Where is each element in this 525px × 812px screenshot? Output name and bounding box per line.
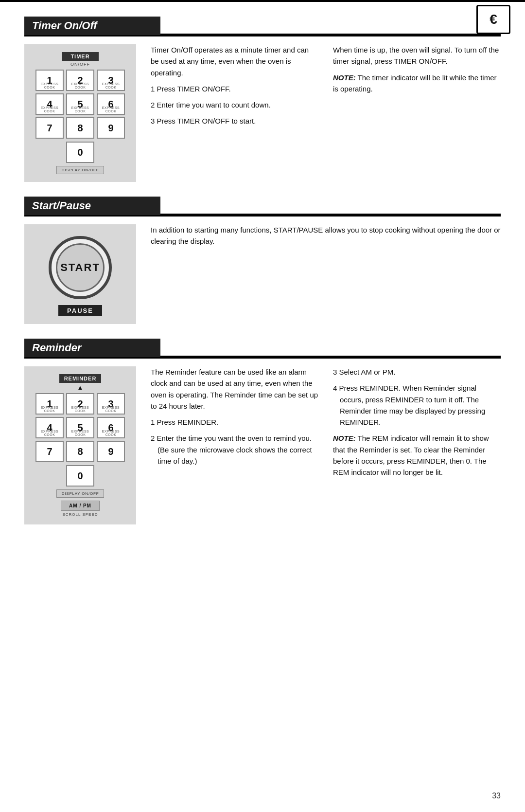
reminder-keypad-label: REMINDER: [59, 374, 102, 383]
key-sub: EXPRESS COOK: [67, 430, 93, 436]
timer-key-5[interactable]: 5 EXPRESS COOK: [66, 93, 94, 115]
pause-label[interactable]: PAUSE: [58, 305, 102, 316]
reminder-key-6[interactable]: 6 EXPRESS COOK: [97, 417, 125, 438]
timer-display-label[interactable]: DISPLAY ON/OFF: [56, 166, 105, 174]
reminder-step3: 3 Select AM or PM.: [333, 366, 501, 378]
start-circle-inner[interactable]: START: [56, 243, 105, 292]
timer-header-row: Timer On/Off: [24, 17, 501, 35]
reminder-step1: 1 Press REMINDER.: [151, 416, 318, 428]
reminder-key-9[interactable]: 9: [97, 441, 125, 462]
reminder-section: Reminder REMINDER ▲ 1 EXPRESS COOK 2 EXP…: [24, 339, 501, 524]
reminder-divider: [24, 357, 501, 359]
startpause-col1: In addition to starting many functions, …: [151, 224, 501, 324]
reminder-header-row: Reminder: [24, 339, 501, 357]
timer-step3: 3 Press TIMER ON/OFF to start.: [151, 115, 318, 126]
timer-key-4[interactable]: 4 EXPRESS COOK: [35, 93, 64, 115]
key-sub: EXPRESS COOK: [98, 106, 124, 113]
timer-key-9[interactable]: 9: [97, 117, 125, 139]
reminder-header-line: [160, 356, 501, 357]
reminder-content-row: REMINDER ▲ 1 EXPRESS COOK 2 EXPRESS COOK…: [24, 366, 501, 524]
key-sub: EXPRESS COOK: [36, 406, 63, 413]
startpause-text: In addition to starting many functions, …: [151, 224, 501, 247]
timer-key-7[interactable]: 7: [35, 117, 64, 139]
start-circle-outer[interactable]: START: [49, 236, 112, 299]
timer-key-1[interactable]: 1 EXPRESS COOK: [35, 70, 64, 91]
timer-text-columns: Timer On/Off operates as a minute timer …: [151, 44, 501, 182]
timer-key-6[interactable]: 6 EXPRESS COOK: [97, 93, 125, 115]
key-sub: EXPRESS COOK: [67, 106, 93, 113]
reminder-ampm-button[interactable]: AM / PM: [61, 501, 100, 511]
key-num: 9: [108, 123, 113, 134]
timer-step1: 1 Press TIMER ON/OFF.: [151, 83, 318, 94]
timer-keypad-grid: 1 EXPRESS COOK 2 EXPRESS COOK 3 EXPRESS …: [35, 70, 125, 139]
startpause-text-columns: In addition to starting many functions, …: [151, 224, 501, 324]
timer-divider: [24, 35, 501, 36]
page-number: 33: [492, 792, 501, 800]
reminder-key-0[interactable]: 0: [66, 465, 94, 487]
reminder-scroll-speed-label: SCROLL SPEED: [62, 512, 98, 517]
reminder-key-3[interactable]: 3 EXPRESS COOK: [97, 393, 125, 415]
reminder-key-8[interactable]: 8: [66, 441, 94, 462]
startpause-section: Start/Pause START PAUSE In addition to s…: [24, 197, 501, 324]
reminder-note-label: NOTE:: [333, 434, 356, 442]
timer-key-3[interactable]: 3 EXPRESS COOK: [97, 70, 125, 91]
startpause-header-row: Start/Pause: [24, 197, 501, 215]
reminder-key-5[interactable]: 5 EXPRESS COOK: [66, 417, 94, 438]
key-sub: EXPRESS COOK: [98, 430, 124, 436]
timer-content-row: TIMER ON/OFF 1 EXPRESS COOK 2 EXPRESS CO…: [24, 44, 501, 182]
reminder-keypad-grid: 1 EXPRESS COOK 2 EXPRESS COOK 3 EXPRESS …: [35, 393, 125, 462]
timer-keypad-label: TIMER: [62, 52, 98, 61]
logo-area: €: [476, 5, 510, 34]
key-sub: EXPRESS COOK: [36, 430, 63, 436]
key-num: 9: [108, 446, 113, 457]
timer-keypad-sublabel: ON/OFF: [70, 62, 90, 67]
startpause-divider: [24, 215, 501, 217]
startpause-content-row: START PAUSE In addition to starting many…: [24, 224, 501, 324]
key-num: 8: [77, 446, 83, 457]
timer-key-0[interactable]: 0: [66, 142, 94, 163]
start-panel: START PAUSE: [24, 224, 136, 324]
key-sub: EXPRESS COOK: [67, 406, 93, 413]
reminder-col2: 3 Select AM or PM. 4 Press REMINDER. Whe…: [333, 366, 501, 524]
timer-col2: When time is up, the oven will signal. T…: [333, 44, 501, 182]
reminder-key-4[interactable]: 4 EXPRESS COOK: [35, 417, 64, 438]
startpause-header-line: [160, 214, 501, 215]
timer-col1: Timer On/Off operates as a minute timer …: [151, 44, 318, 182]
key-sub: EXPRESS COOK: [98, 82, 124, 89]
key-num: 8: [77, 123, 83, 134]
timer-note: NOTE: The timer indicator will be lit wh…: [333, 72, 501, 95]
timer-keypad-panel: TIMER ON/OFF 1 EXPRESS COOK 2 EXPRESS CO…: [24, 44, 136, 182]
timer-note-text: The timer indicator will be lit while th…: [333, 73, 497, 93]
timer-header-line: [160, 34, 501, 35]
top-border: [0, 0, 525, 2]
reminder-display-label[interactable]: DISPLAY ON/OFF: [56, 489, 105, 498]
key-sub: EXPRESS COOK: [98, 406, 124, 413]
timer-when-up: When time is up, the oven will signal. T…: [333, 44, 501, 67]
timer-key-8[interactable]: 8: [66, 117, 94, 139]
reminder-section-title: Reminder: [24, 339, 160, 357]
start-button-text[interactable]: START: [60, 261, 100, 274]
timer-section: Timer On/Off TIMER ON/OFF 1 EXPRESS COOK…: [24, 17, 501, 182]
startpause-section-title: Start/Pause: [24, 197, 160, 215]
timer-key-2[interactable]: 2 EXPRESS COOK: [66, 70, 94, 91]
reminder-step2: 2 Enter the time you want the oven to re…: [151, 433, 318, 467]
reminder-key-1[interactable]: 1 EXPRESS COOK: [35, 393, 64, 415]
reminder-intro: The Reminder feature can be used like an…: [151, 366, 318, 412]
reminder-step4: 4 Press REMINDER. When Reminder signal o…: [333, 382, 501, 428]
key-num: 0: [77, 147, 83, 158]
key-sub: EXPRESS COOK: [36, 82, 63, 89]
reminder-note-text: The REM indicator will remain lit to sho…: [333, 434, 489, 476]
reminder-key-7[interactable]: 7: [35, 441, 64, 462]
key-sub: EXPRESS COOK: [67, 82, 93, 89]
reminder-col1: The Reminder feature can be used like an…: [151, 366, 318, 524]
key-num: 7: [47, 446, 52, 457]
key-sub: EXPRESS COOK: [36, 106, 63, 113]
timer-note-label: NOTE:: [333, 73, 356, 82]
reminder-key-2[interactable]: 2 EXPRESS COOK: [66, 393, 94, 415]
key-num: 7: [47, 123, 52, 134]
timer-step2: 2 Enter time you want to count down.: [151, 99, 318, 110]
key-num: 0: [77, 470, 83, 482]
reminder-arrow-icon: ▲: [77, 384, 84, 391]
reminder-keypad-panel: REMINDER ▲ 1 EXPRESS COOK 2 EXPRESS COOK…: [24, 366, 136, 524]
timer-intro: Timer On/Off operates as a minute timer …: [151, 44, 318, 78]
